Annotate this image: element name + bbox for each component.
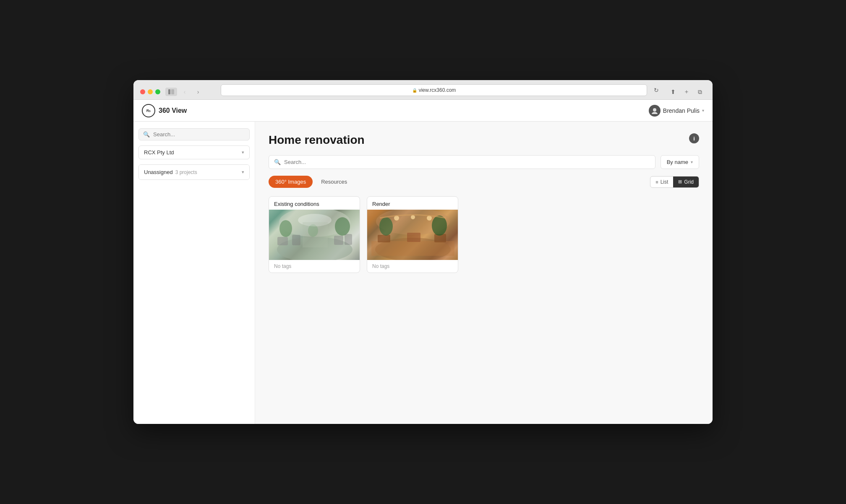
svg-rect-14: [303, 222, 328, 247]
grid-icon: ⊞: [678, 179, 682, 184]
share-button[interactable]: ⬆: [667, 86, 679, 98]
tabs: 360° Images Resources: [269, 176, 354, 188]
page-title: Home renovation: [269, 133, 365, 147]
svg-point-24: [411, 215, 415, 219]
browser-actions: ⬆ ＋ ⧉: [667, 86, 706, 98]
tab-360-images[interactable]: 360° Images: [269, 176, 313, 188]
svg-point-3: [652, 112, 658, 114]
info-button[interactable]: i: [689, 133, 699, 143]
sort-label: By name: [667, 159, 688, 165]
logo-symbol: R₅: [146, 109, 151, 113]
url-text: view.rcx360.com: [419, 87, 456, 93]
svg-point-21: [379, 217, 393, 236]
view-toggle: ≡ List ⊞ Grid: [650, 176, 699, 188]
content-search[interactable]: 🔍: [269, 155, 655, 169]
image-card-render[interactable]: Render: [367, 196, 458, 273]
svg-rect-9: [345, 234, 352, 245]
grid-label: Grid: [684, 179, 694, 185]
chrome-top: ‹ › 🔒 view.rcx360.com ↻ ⬆ ＋ ⧉: [140, 84, 706, 99]
card-tags-existing: No tags: [269, 260, 360, 273]
app-title: 360 View: [159, 107, 187, 114]
tabs-view-row: 360° Images Resources ≡ List ⊞: [269, 176, 699, 188]
browser-chrome: ‹ › 🔒 view.rcx360.com ↻ ⬆ ＋ ⧉: [133, 80, 713, 100]
svg-point-11: [335, 217, 350, 236]
app-logo: R₅ 360 View: [142, 104, 187, 117]
content-search-icon: 🔍: [274, 159, 281, 165]
svg-point-22: [432, 216, 447, 236]
projects-count: 3 projects: [175, 169, 197, 175]
fullscreen-button[interactable]: [155, 89, 160, 94]
browser-window: ‹ › 🔒 view.rcx360.com ↻ ⬆ ＋ ⧉: [133, 80, 713, 424]
company-dropdown-icon: ▾: [242, 150, 244, 155]
images-grid: Existing conditions: [269, 196, 699, 273]
forward-button[interactable]: ›: [192, 86, 204, 98]
svg-rect-8: [334, 236, 343, 245]
user-name: Brendan Pulis: [663, 107, 700, 114]
list-icon: ≡: [655, 179, 658, 184]
app-container: R₅ 360 View Brendan Pulis ▾: [133, 100, 713, 424]
svg-rect-20: [407, 233, 420, 242]
tabs-button[interactable]: ⧉: [694, 86, 706, 98]
address-bar-row: 🔒 view.rcx360.com ↻: [209, 84, 662, 99]
list-label: List: [661, 179, 668, 185]
address-bar[interactable]: 🔒 view.rcx360.com: [221, 84, 647, 96]
sort-selector[interactable]: By name ▾: [661, 155, 699, 169]
sort-dropdown-icon: ▾: [691, 160, 693, 164]
sidebar-search-input[interactable]: [153, 131, 245, 138]
content-header: Home renovation i: [269, 133, 699, 147]
grid-view-button[interactable]: ⊞ Grid: [673, 177, 699, 187]
sidebar: 🔍 RCX Pty Ltd ▾ Unassigned 3 projects: [133, 122, 255, 424]
user-avatar: [649, 105, 661, 117]
minimize-button[interactable]: [148, 89, 153, 94]
company-selector[interactable]: RCX Pty Ltd ▾: [138, 145, 250, 159]
tab-resources[interactable]: Resources: [314, 176, 354, 188]
card-title-existing: Existing conditions: [269, 197, 360, 210]
sidebar-search[interactable]: 🔍: [138, 128, 250, 140]
svg-rect-0: [168, 89, 170, 94]
unassigned-left: Unassigned 3 projects: [144, 169, 197, 175]
info-icon-symbol: i: [693, 135, 695, 142]
sidebar-toggle-button[interactable]: [165, 88, 177, 96]
logo-icon: R₅: [142, 104, 155, 117]
unassigned-header[interactable]: Unassigned 3 projects ▾: [139, 165, 249, 179]
svg-rect-1: [171, 89, 174, 94]
svg-rect-17: [371, 241, 454, 256]
lock-icon: 🔒: [412, 88, 417, 93]
pano-image-existing: [269, 210, 360, 260]
new-tab-button[interactable]: ＋: [681, 86, 692, 98]
svg-rect-18: [378, 235, 390, 242]
main-layout: 🔍 RCX Pty Ltd ▾ Unassigned 3 projects: [133, 122, 713, 424]
app-header: R₅ 360 View Brendan Pulis ▾: [133, 100, 713, 122]
pano-image-render: [367, 210, 458, 260]
svg-rect-7: [292, 235, 300, 245]
svg-point-10: [279, 220, 292, 237]
unassigned-group: Unassigned 3 projects ▾: [138, 164, 250, 180]
sidebar-search-icon: 🔍: [143, 131, 150, 138]
unassigned-chevron-icon: ▾: [242, 169, 244, 175]
svg-rect-6: [277, 237, 288, 245]
traffic-lights: [140, 89, 160, 94]
image-card-existing[interactable]: Existing conditions: [269, 196, 360, 273]
card-image-render: [367, 210, 458, 260]
content-area: Home renovation i 🔍 By name ▾: [255, 122, 713, 424]
user-menu[interactable]: Brendan Pulis ▾: [649, 105, 704, 117]
card-title-render: Render: [367, 197, 458, 210]
refresh-button[interactable]: ↻: [650, 84, 662, 96]
close-button[interactable]: [140, 89, 145, 94]
card-tags-render: No tags: [367, 260, 458, 273]
back-button[interactable]: ‹: [179, 86, 191, 98]
search-sort-row: 🔍 By name ▾: [269, 155, 699, 169]
card-image-existing: [269, 210, 360, 260]
unassigned-label: Unassigned: [144, 169, 173, 175]
svg-point-2: [653, 108, 656, 112]
user-dropdown-icon: ▾: [702, 108, 704, 113]
list-view-button[interactable]: ≡ List: [650, 177, 673, 187]
content-search-input[interactable]: [284, 159, 650, 165]
window-controls: ‹ ›: [165, 86, 204, 98]
company-name: RCX Pty Ltd: [144, 149, 174, 156]
